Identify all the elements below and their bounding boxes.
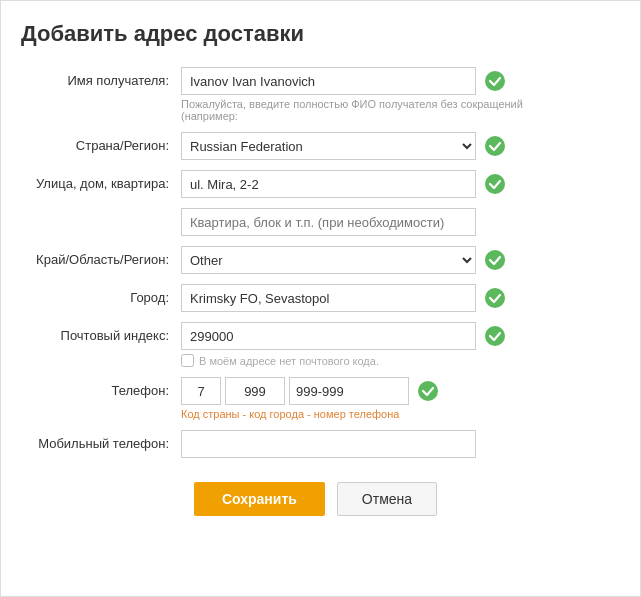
svg-point-4 (485, 288, 505, 308)
mobile-field-with-check (181, 430, 610, 458)
country-check-icon (484, 135, 506, 157)
recipient-field-with-check (181, 67, 610, 95)
apartment-row (21, 208, 610, 236)
save-button[interactable]: Сохранить (194, 482, 325, 516)
country-select[interactable]: Russian Federation Other (181, 132, 476, 160)
postal-input[interactable] (181, 322, 476, 350)
region-label: Край/Область/Регион: (21, 246, 181, 267)
city-field-group (181, 284, 610, 312)
mobile-row: Мобильный телефон: (21, 430, 610, 458)
phone-check-icon (417, 380, 439, 402)
street-label: Улица, дом, квартира: (21, 170, 181, 191)
postal-field-with-check (181, 322, 610, 350)
form-container: Добавить адрес доставки Имя получателя: … (0, 0, 641, 597)
recipient-label: Имя получателя: (21, 67, 181, 88)
region-select[interactable]: Other (181, 246, 476, 274)
country-label: Страна/Регион: (21, 132, 181, 153)
region-field-with-check: Other (181, 246, 610, 274)
postal-row: Почтовый индекс: В моём адресе нет почто… (21, 322, 610, 367)
cancel-button[interactable]: Отмена (337, 482, 437, 516)
phone-inputs (181, 377, 409, 405)
phone-country-input[interactable] (181, 377, 221, 405)
recipient-field-group: Пожалуйста, введите полностью ФИО получа… (181, 67, 610, 122)
recipient-row: Имя получателя: Пожалуйста, введите полн… (21, 67, 610, 122)
region-field-group: Other (181, 246, 610, 274)
no-postal-row: В моём адресе нет почтового кода. (181, 354, 610, 367)
street-input[interactable] (181, 170, 476, 198)
phone-row: Телефон: Код страны - код города - номер… (21, 377, 610, 420)
postal-check-icon (484, 325, 506, 347)
postal-field-group: В моём адресе нет почтового кода. (181, 322, 610, 367)
region-row: Край/Область/Регион: Other (21, 246, 610, 274)
button-row: Сохранить Отмена (21, 482, 610, 516)
svg-point-5 (485, 326, 505, 346)
no-postal-label: В моём адресе нет почтового кода. (199, 355, 379, 367)
city-check-icon (484, 287, 506, 309)
mobile-label: Мобильный телефон: (21, 430, 181, 451)
city-input[interactable] (181, 284, 476, 312)
street-check-icon (484, 173, 506, 195)
phone-label: Телефон: (21, 377, 181, 398)
country-row: Страна/Регион: Russian Federation Other (21, 132, 610, 160)
city-label: Город: (21, 284, 181, 305)
recipient-hint: Пожалуйста, введите полностью ФИО получа… (181, 98, 541, 122)
no-postal-checkbox[interactable] (181, 354, 194, 367)
svg-point-6 (418, 381, 438, 401)
phone-city-input[interactable] (225, 377, 285, 405)
country-field-group: Russian Federation Other (181, 132, 610, 160)
phone-field-group: Код страны - код города - номер телефона (181, 377, 610, 420)
city-row: Город: (21, 284, 610, 312)
svg-point-0 (485, 71, 505, 91)
street-field-with-check (181, 170, 610, 198)
phone-field-with-check (181, 377, 610, 405)
svg-point-3 (485, 250, 505, 270)
recipient-check-icon (484, 70, 506, 92)
city-field-with-check (181, 284, 610, 312)
postal-label: Почтовый индекс: (21, 322, 181, 343)
phone-hint: Код страны - код города - номер телефона (181, 408, 541, 420)
country-field-with-check: Russian Federation Other (181, 132, 610, 160)
svg-point-2 (485, 174, 505, 194)
page-title: Добавить адрес доставки (21, 21, 610, 47)
region-check-icon (484, 249, 506, 271)
mobile-input[interactable] (181, 430, 476, 458)
mobile-field-group (181, 430, 610, 458)
street-field-group (181, 170, 610, 198)
phone-number-input[interactable] (289, 377, 409, 405)
street-row: Улица, дом, квартира: (21, 170, 610, 198)
svg-point-1 (485, 136, 505, 156)
apartment-input[interactable] (181, 208, 476, 236)
recipient-input[interactable] (181, 67, 476, 95)
